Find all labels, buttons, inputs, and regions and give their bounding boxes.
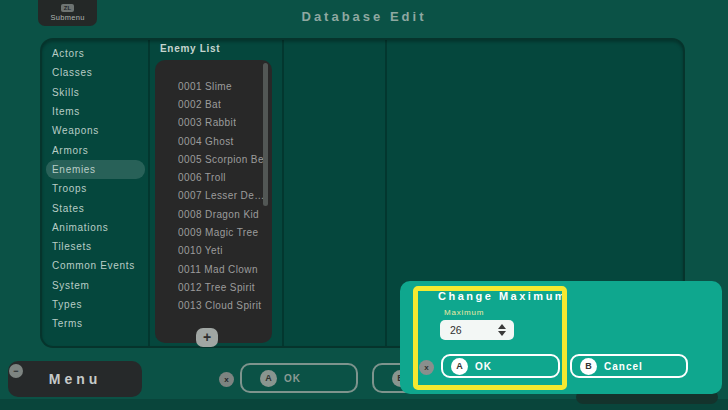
sidebar-item-label: Skills [52, 87, 80, 98]
add-enemy-button[interactable]: + [196, 328, 218, 347]
enemy-list-item[interactable]: 0005 Scorpion Bee [178, 150, 264, 168]
sidebar-item-label: Enemies [52, 164, 96, 175]
sidebar-item-label: Armors [52, 145, 88, 156]
enemy-list-item-label: 0003 Rabbit [178, 117, 236, 128]
enemy-list-item-label: 0002 Bat [178, 99, 221, 110]
enemy-list-item-label: 0011 Mad Clown [178, 264, 258, 275]
sidebar-item[interactable]: Items [46, 102, 145, 121]
enemy-list-item[interactable]: 0013 Cloud Spirit [178, 297, 264, 315]
column-divider [282, 40, 284, 346]
sidebar-item[interactable]: Troops [46, 179, 145, 198]
sidebar-item-label: Common Events [52, 260, 135, 271]
enemy-list-item-label: 0008 Dragon Kid [178, 209, 259, 220]
sidebar-item[interactable]: System [46, 276, 145, 295]
menu-label: Menu [49, 371, 102, 387]
column-divider [148, 40, 150, 346]
sidebar-item[interactable]: Weapons [46, 121, 145, 140]
gamepad-x-icon: x [219, 372, 234, 387]
sidebar-item-label: Tilesets [52, 241, 92, 252]
enemy-list-item-label: 0005 Scorpion Bee [178, 154, 264, 165]
sidebar-item[interactable]: Common Events [46, 256, 145, 275]
sidebar-item[interactable]: Classes [46, 63, 145, 82]
sidebar-item-label: System [52, 280, 90, 291]
ok-button-background[interactable]: A OK [240, 363, 358, 393]
column-divider [385, 40, 387, 346]
sidebar-item[interactable]: Animations [46, 218, 145, 237]
enemy-list-item-label: 0004 Ghost [178, 136, 234, 147]
sidebar-item-label: Terms [52, 318, 83, 329]
gamepad-a-icon: A [260, 370, 277, 387]
minus-button-icon: − [9, 364, 23, 378]
sidebar-item[interactable]: Enemies [46, 160, 145, 179]
enemy-list-item-label: 0007 Lesser De… [178, 190, 264, 201]
enemy-list-item[interactable]: 0008 Dragon Kid [178, 205, 264, 223]
sidebar-item-label: Weapons [52, 125, 99, 136]
enemy-list-item[interactable]: 0001 Slime [178, 77, 264, 95]
enemy-list-item[interactable]: 0002 Bat [178, 95, 264, 113]
enemy-list-item-label: 0010 Yeti [178, 245, 223, 256]
enemy-list-item-label: 0006 Troll [178, 172, 226, 183]
enemy-list-item-label: 0001 Slime [178, 81, 232, 92]
sidebar-item[interactable]: Skills [46, 83, 145, 102]
sidebar-item-label: Classes [52, 67, 92, 78]
sidebar-item-label: Items [52, 106, 80, 117]
enemy-list-item-label: 0013 Cloud Spirit [178, 300, 262, 311]
enemy-list-item-label: 0012 Tree Spirit [178, 282, 255, 293]
sidebar-item[interactable]: Armors [46, 140, 145, 159]
enemy-list: 0001 Slime 0002 Bat 0003 Rabbit 0004 Gho… [178, 77, 264, 315]
dialog-cancel-label: Cancel [604, 361, 643, 372]
sidebar-item-label: States [52, 203, 85, 214]
plus-icon: + [203, 330, 211, 344]
sidebar: Actors Classes Skills Items Weapons Armo… [46, 44, 145, 333]
enemy-list-item[interactable]: 0012 Tree Spirit [178, 278, 264, 296]
sidebar-item-label: Troops [52, 183, 87, 194]
gamepad-b-icon: B [580, 358, 597, 375]
enemy-list-item[interactable]: 0004 Ghost [178, 132, 264, 150]
sidebar-item-label: Actors [52, 48, 85, 59]
enemy-list-item[interactable]: 0007 Lesser De… [178, 187, 264, 205]
enemy-list-item[interactable]: 0009 Magic Tree [178, 223, 264, 241]
page-title: Database Edit [0, 9, 728, 24]
enemy-list-item[interactable]: 0003 Rabbit [178, 114, 264, 132]
menu-button[interactable]: Menu [8, 361, 142, 397]
sidebar-item[interactable]: Terms [46, 314, 145, 333]
sidebar-item[interactable]: Actors [46, 44, 145, 63]
sidebar-item-label: Animations [52, 222, 108, 233]
focus-highlight [413, 286, 567, 390]
screen: { "colors": { "screen_bg": "#0B5246", "p… [0, 0, 728, 410]
scrollbar[interactable] [263, 63, 268, 206]
sidebar-item[interactable]: States [46, 198, 145, 217]
enemy-list-panel: 0001 Slime 0002 Bat 0003 Rabbit 0004 Gho… [155, 60, 272, 343]
sidebar-item[interactable]: Types [46, 295, 145, 314]
enemy-list-item[interactable]: 0010 Yeti [178, 242, 264, 260]
enemy-list-title: Enemy List [160, 43, 220, 54]
dialog-cancel-button[interactable]: B Cancel [570, 354, 688, 378]
enemy-list-item-label: 0009 Magic Tree [178, 227, 259, 238]
ok-label: OK [284, 373, 301, 384]
sidebar-item[interactable]: Tilesets [46, 237, 145, 256]
enemy-list-item[interactable]: 0011 Mad Clown [178, 260, 264, 278]
sidebar-item-label: Types [52, 299, 82, 310]
enemy-list-item[interactable]: 0006 Troll [178, 168, 264, 186]
